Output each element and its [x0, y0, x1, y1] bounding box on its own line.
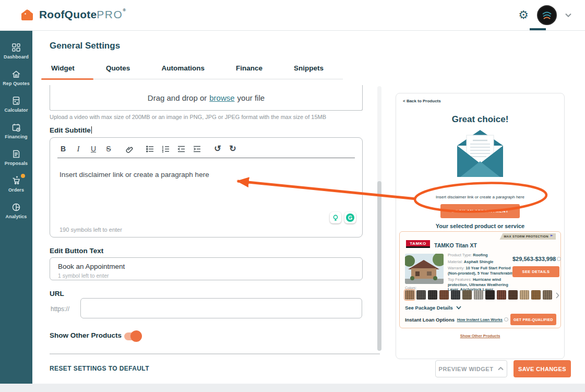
product-name: TAMKO Titan XT — [434, 242, 477, 248]
get-prequalified-button[interactable]: GET PRE-QUALIFIED — [510, 314, 556, 325]
brand-name-bold: RoofQuote — [39, 7, 97, 22]
color-swatch[interactable] — [543, 290, 552, 300]
url-scheme-prefix: https:// — [51, 305, 69, 313]
product-card: MAX STORM PROTECTION TAMKO TAMKO Titan X… — [399, 231, 561, 328]
color-swatch[interactable] — [428, 290, 437, 300]
upload-helper-text: Upload a video with max size of 200MB or… — [50, 114, 326, 120]
back-to-products-link[interactable]: < Back to Products — [403, 99, 441, 103]
colors-label: Colors: — [405, 286, 416, 290]
grammarly-widget: G — [330, 212, 356, 223]
see-details-button[interactable]: SEE DETAILS — [512, 266, 559, 277]
color-swatch[interactable] — [416, 290, 426, 300]
sidebar-item-proposals[interactable]: Proposals — [0, 146, 32, 169]
strikethrough-icon[interactable]: S — [104, 144, 113, 153]
color-swatch[interactable] — [497, 290, 506, 300]
price-info-icon[interactable] — [557, 257, 561, 261]
button-text-counter: 1 symbol left to enter — [58, 272, 354, 279]
file-dropzone[interactable]: Drag and drop or browse your file — [50, 85, 363, 111]
page-title: General Settings — [50, 41, 120, 51]
form-scrollbar-track[interactable] — [377, 86, 381, 351]
sidebar-item-rep-quotes[interactable]: Rep Quotes — [0, 66, 32, 89]
url-input[interactable] — [80, 298, 362, 318]
link-icon[interactable] — [125, 144, 134, 153]
see-package-details-link[interactable]: See Package Details — [405, 305, 461, 311]
registered-mark: ® — [123, 8, 126, 13]
form-scrollbar-thumb[interactable] — [377, 181, 381, 351]
sidebar-item-analytics[interactable]: Analytics — [0, 199, 32, 222]
tab-snippets[interactable]: Snippets — [285, 57, 332, 79]
user-avatar[interactable] — [537, 5, 557, 25]
settings-gear-icon[interactable]: ⚙ — [518, 9, 529, 21]
grammarly-tone-icon[interactable] — [330, 212, 341, 223]
show-other-products-toggle[interactable] — [124, 332, 140, 340]
brand-bag-icon — [20, 7, 34, 22]
active-header-indicator — [530, 28, 546, 30]
envelope-illustration — [453, 128, 507, 180]
product-specs: Product Type: Roofing Material: Asphalt … — [448, 253, 519, 294]
toggle-knob — [130, 330, 142, 342]
tab-automations[interactable]: Automations — [153, 57, 213, 79]
preview-widget-button[interactable]: PREVIEW WIDGET — [435, 360, 507, 377]
app-window: RoofQuote PRO ® ⚙ — [0, 0, 585, 392]
preview-disclaimer-text: Insert disclaimer link or create a parag… — [396, 195, 564, 199]
home-icon — [11, 69, 21, 79]
bullet-list-icon[interactable] — [146, 144, 154, 153]
indent-icon[interactable] — [193, 144, 201, 153]
tab-finance[interactable]: Finance — [228, 57, 271, 79]
brand-name-light: PRO — [97, 7, 123, 22]
book-appointment-button[interactable]: BOOK AN APPOINTMENT — [440, 204, 520, 218]
color-swatches — [405, 290, 559, 300]
redo-icon[interactable]: ↻ — [229, 144, 237, 153]
color-swatch[interactable] — [531, 290, 541, 300]
button-text-field[interactable]: 1 symbol left to enter — [50, 257, 363, 280]
color-swatch[interactable] — [462, 290, 472, 300]
color-swatch[interactable] — [439, 290, 449, 300]
undo-icon[interactable]: ↺ — [213, 144, 222, 153]
color-swatch[interactable] — [508, 290, 518, 300]
widget-preview-panel: < Back to Products Great choice! Insert … — [396, 93, 565, 359]
tab-quotes[interactable]: Quotes — [98, 57, 139, 79]
italic-icon[interactable]: I — [74, 144, 82, 153]
main-content: General Settings Widget Quotes Automatio… — [32, 30, 585, 384]
show-other-products-link[interactable]: Show Other Products — [396, 334, 564, 338]
save-changes-button[interactable]: SAVE CHANGES — [514, 360, 571, 377]
subtitle-editor-content[interactable]: Insert disclaimer link or create a parag… — [50, 158, 362, 191]
preview-chevron-up-icon — [498, 367, 504, 371]
underline-icon[interactable]: U — [89, 144, 98, 153]
ordered-list-icon[interactable] — [161, 144, 170, 153]
subtitle-editor: B I U S — [50, 137, 363, 237]
bold-icon[interactable]: B — [59, 144, 67, 153]
outdent-icon[interactable] — [177, 144, 186, 153]
editor-toolbar: B I U S — [50, 138, 362, 158]
color-swatch[interactable] — [485, 290, 495, 300]
swatches-next-chevron-icon[interactable] — [555, 292, 559, 299]
sidebar-item-orders[interactable]: Orders — [0, 173, 32, 195]
button-text-label: Edit Button Text — [50, 247, 103, 255]
preview-heading: Great choice! — [396, 114, 564, 125]
document-icon — [11, 149, 21, 159]
color-swatch[interactable] — [520, 290, 529, 300]
grammarly-icon[interactable]: G — [344, 212, 356, 223]
button-text-input[interactable] — [58, 263, 354, 270]
cart-icon — [11, 175, 21, 186]
color-swatch[interactable] — [405, 290, 414, 300]
how-loan-works-link[interactable]: How Instant Loan Works — [457, 317, 503, 322]
reset-settings-button[interactable]: RESET SETTINGS TO DEFAULT — [50, 365, 149, 372]
footer-divider — [50, 353, 380, 354]
account-chevron-down-icon[interactable] — [565, 13, 571, 17]
browse-link[interactable]: browse — [209, 93, 234, 102]
sidebar-item-financing[interactable]: Financing — [0, 120, 32, 142]
sidebar-item-calculator[interactable]: Calculator — [0, 93, 32, 115]
color-swatch[interactable] — [474, 290, 483, 300]
tab-bar: Widget Quotes Automations Finance Snippe… — [50, 57, 343, 79]
package-chevron-down-icon — [456, 306, 461, 310]
loan-info-icon[interactable] — [504, 317, 508, 322]
color-swatch[interactable] — [451, 290, 460, 300]
spec-warranty: Warranty: 10 Year Full Start Period (Non… — [448, 266, 519, 276]
tab-widget[interactable]: Widget — [50, 57, 83, 79]
sidebar-item-dashboard[interactable]: Dashboard — [0, 40, 32, 62]
dashboard-icon — [11, 42, 21, 53]
spec-material: Material: Asphalt Shingle — [448, 259, 519, 265]
calculator-icon — [11, 96, 21, 106]
text-caret — [91, 126, 92, 134]
